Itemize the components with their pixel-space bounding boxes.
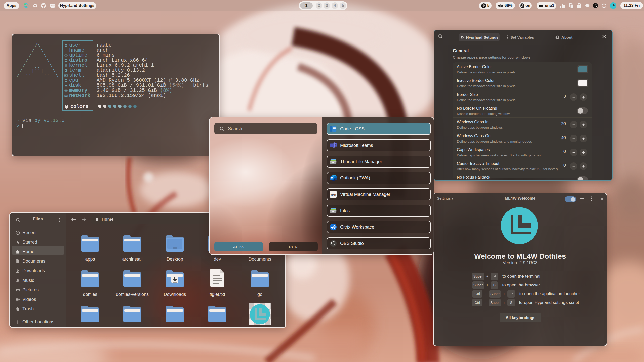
svg-text:T: T: [331, 144, 333, 147]
svg-text:IP: IP: [65, 95, 67, 96]
svg-text:AI: AI: [25, 5, 27, 7]
svg-text:VMM: VMM: [330, 193, 336, 196]
svg-text:O: O: [331, 177, 333, 180]
